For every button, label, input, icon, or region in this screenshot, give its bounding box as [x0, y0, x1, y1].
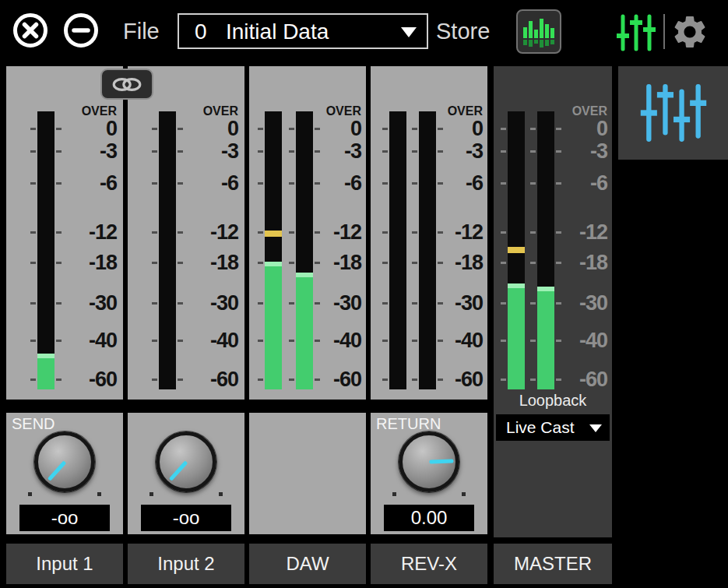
store-button[interactable]: Store: [436, 19, 490, 44]
loopback-select[interactable]: Live Cast: [496, 414, 610, 441]
meter-scale-label: -12: [128, 222, 238, 243]
meter-scale-label: -40: [494, 330, 607, 351]
gear-icon: [670, 12, 709, 51]
meter-scale-label: -3: [128, 141, 238, 162]
meter-scale-label: 0: [6, 118, 117, 139]
send-panel-input-1: SEND -oo: [6, 413, 123, 534]
meter-scale-label: -3: [494, 141, 607, 162]
meter-scale-label: 0: [128, 118, 238, 139]
meter-scale-label: -12: [249, 222, 361, 243]
meter-scale-label: -40: [6, 330, 117, 351]
knob-min-mark: [392, 492, 396, 496]
meter-scale-label: -60: [371, 369, 483, 390]
meter-scale-label: 0: [249, 118, 361, 139]
channel-link-button[interactable]: [100, 69, 153, 100]
chevron-down-icon: [589, 424, 602, 432]
blue-faders-icon: [640, 83, 707, 143]
chain-link-icon: [111, 76, 143, 93]
channel-strip-revx: OVER0-3-6-12-18-30-40-60 RETURN 0.00 REV…: [371, 66, 487, 588]
return-knob-revx[interactable]: [399, 431, 459, 492]
master-view-tab[interactable]: [618, 66, 728, 160]
meter-display-input-1: OVER0-3-6-12-18-30-40-60: [6, 66, 123, 400]
meter-scale-label: -60: [494, 369, 607, 390]
meter-scale-label: -18: [371, 252, 483, 273]
channel-strip-input-1: OVER0-3-6-12-18-30-40-60 SEND -oo Input …: [6, 66, 123, 588]
send-knob-input-2[interactable]: [156, 431, 216, 492]
meter-bars-icon: [522, 16, 556, 48]
knob-max-mark: [462, 492, 466, 496]
close-button[interactable]: [12, 12, 48, 48]
meter-scale-label: -3: [371, 141, 483, 162]
send-knob-input-1[interactable]: [34, 431, 95, 492]
faders-icon: [616, 14, 656, 51]
meter-scale-label: -18: [249, 252, 361, 273]
meter-scale-label: -30: [371, 293, 483, 314]
return-label: RETURN: [376, 415, 441, 433]
loopback-label: Loopback: [494, 392, 612, 410]
knob-pointer: [429, 459, 453, 463]
close-icon: [12, 12, 48, 48]
meter-scale-label: -40: [249, 330, 361, 351]
knob-min-mark: [149, 492, 153, 496]
toolbar-divider: [663, 14, 665, 49]
knob-max-mark: [219, 492, 223, 496]
chevron-down-icon: [401, 27, 417, 37]
send-value-input-1[interactable]: -oo: [19, 505, 110, 531]
meter-scale-label: 0: [371, 118, 483, 139]
minimize-button[interactable]: [63, 12, 99, 48]
meter-scale-label: OVER: [494, 105, 607, 118]
channel-strip-input-2: OVER0-3-6-12-18-30-40-60 -oo Input 2: [128, 66, 244, 588]
empty-panel-daw: [249, 413, 366, 534]
meter-display-daw: OVER0-3-6-12-18-30-40-60: [249, 66, 366, 400]
meter-scale-label: 0: [494, 118, 607, 139]
meter-scale-label: -6: [6, 173, 117, 194]
meter-scale-label: -12: [6, 222, 117, 243]
meter-scale-label: -30: [249, 293, 361, 314]
meter-display-revx: OVER0-3-6-12-18-30-40-60: [371, 66, 487, 400]
knob-min-mark: [28, 492, 32, 496]
preset-number: 0: [195, 19, 207, 44]
return-value-revx[interactable]: 0.00: [384, 505, 474, 531]
meter-display-master: Loopback Live Cast OVER0-3-6-12-18-30-40…: [494, 66, 612, 537]
preset-name: Initial Data: [226, 19, 329, 44]
meter-scale-label: OVER: [6, 105, 117, 118]
meter-scale-label: -30: [128, 293, 238, 314]
channel-name-input-1: Input 1: [6, 544, 123, 584]
meter-scale-label: -30: [6, 293, 117, 314]
meter-scale-label: -18: [6, 252, 117, 273]
send-panel-input-2: -oo: [128, 413, 244, 534]
knob-max-mark: [97, 492, 101, 496]
meter-view-button[interactable]: [516, 9, 561, 54]
meter-scale-label: -12: [371, 222, 483, 243]
meter-scale-label: -60: [249, 369, 361, 390]
settings-button[interactable]: [670, 12, 709, 51]
return-panel-revx: RETURN 0.00: [371, 413, 487, 534]
channel-name-revx: REV-X: [371, 544, 487, 584]
meter-scale-label: -6: [371, 173, 483, 194]
meter-scale-label: OVER: [249, 105, 361, 118]
channel-view-button[interactable]: [614, 13, 658, 52]
minimize-icon: [63, 12, 99, 48]
channel-name-input-2: Input 2: [128, 544, 244, 584]
meter-scale-label: -12: [494, 222, 607, 243]
title-bar: File 0 Initial Data Store: [0, 0, 728, 64]
meter-scale-label: -40: [371, 330, 483, 351]
knob-pointer: [168, 460, 187, 481]
meter-scale-label: OVER: [371, 105, 483, 118]
meter-scale-label: -3: [249, 141, 361, 162]
preset-dropdown[interactable]: 0 Initial Data: [178, 13, 428, 49]
meter-scale-label: -40: [128, 330, 238, 351]
send-label: SEND: [12, 415, 55, 433]
loopback-value: Live Cast: [506, 418, 575, 436]
channel-name-master: MASTER: [494, 544, 612, 584]
mixer-app-window: File 0 Initial Data Store: [0, 0, 728, 588]
send-value-input-2[interactable]: -oo: [141, 505, 231, 531]
knob-pointer: [47, 460, 65, 481]
meter-scale-label: -18: [128, 252, 238, 273]
meter-display-input-2: OVER0-3-6-12-18-30-40-60: [128, 66, 244, 400]
file-label: File: [123, 19, 160, 44]
meter-scale-label: OVER: [128, 105, 238, 118]
channel-strip-daw: OVER0-3-6-12-18-30-40-60 DAW: [249, 66, 366, 588]
meter-scale-label: -30: [494, 293, 607, 314]
meter-scale-label: -6: [249, 173, 361, 194]
